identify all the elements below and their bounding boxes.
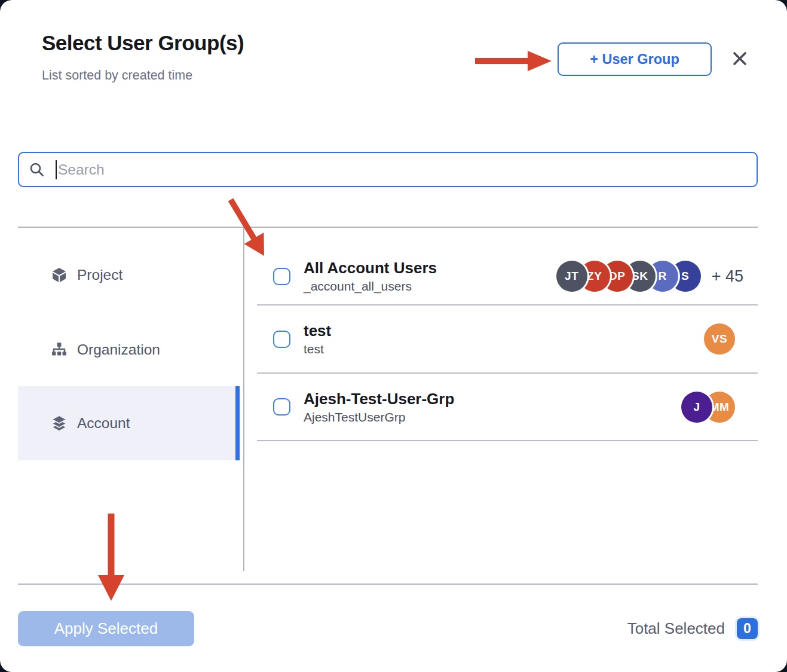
total-selected-badge: 0 bbox=[737, 618, 758, 639]
search-box[interactable] bbox=[18, 152, 758, 187]
group-checkbox[interactable] bbox=[273, 398, 290, 416]
close-x-glyph bbox=[730, 49, 749, 68]
avatar-stack: JT ZY DP SK R S bbox=[556, 261, 701, 292]
search-input[interactable] bbox=[57, 161, 757, 178]
apply-selected-button[interactable]: Apply Selected bbox=[18, 611, 194, 646]
search-icon bbox=[29, 161, 45, 178]
avatar-stack: J MM bbox=[681, 392, 735, 423]
scope-sidebar: Project Organization bbox=[18, 227, 240, 571]
cube-icon bbox=[51, 267, 68, 283]
divider-footer bbox=[18, 584, 758, 585]
group-row-all-account-users[interactable]: All Account Users _account_all_users JT … bbox=[257, 248, 758, 306]
group-id: _account_all_users bbox=[304, 278, 556, 294]
sidebar-item-account[interactable]: Account bbox=[18, 386, 240, 460]
sidebar-item-label: Account bbox=[77, 415, 130, 432]
select-user-group-modal: Select User Group(s) List sorted by crea… bbox=[0, 0, 787, 672]
total-selected: Total Selected 0 bbox=[627, 617, 758, 640]
layers-icon bbox=[51, 415, 68, 432]
group-row-test[interactable]: test test VS bbox=[257, 306, 758, 374]
avatar: VS bbox=[704, 323, 735, 355]
group-id: AjeshTestUserGrp bbox=[304, 409, 681, 425]
close-icon[interactable] bbox=[728, 47, 751, 70]
group-name: Ajesh-Test-User-Grp bbox=[304, 389, 681, 409]
sidebar-item-label: Project bbox=[77, 267, 123, 283]
add-user-group-button[interactable]: + User Group bbox=[558, 42, 712, 76]
sidebar-item-project[interactable]: Project bbox=[18, 257, 240, 293]
avatar: JT bbox=[556, 261, 587, 292]
page-title: Select User Group(s) bbox=[42, 31, 244, 55]
group-name: All Account Users bbox=[304, 258, 556, 278]
group-checkbox[interactable] bbox=[273, 331, 290, 348]
sidebar-item-organization[interactable]: Organization bbox=[18, 332, 240, 368]
avatar-overflow-count: + 45 bbox=[712, 267, 743, 286]
group-name: test bbox=[304, 321, 704, 341]
group-id: test bbox=[304, 341, 704, 357]
group-row-ajesh-test-user-grp[interactable]: Ajesh-Test-User-Grp AjeshTestUserGrp J M… bbox=[257, 374, 758, 441]
avatar-stack: VS bbox=[704, 323, 735, 355]
org-chart-icon bbox=[51, 341, 68, 358]
sidebar-item-label: Organization bbox=[77, 341, 160, 358]
total-selected-label: Total Selected bbox=[627, 619, 725, 638]
annotation-arrow-add-group bbox=[474, 50, 553, 72]
avatar: J bbox=[681, 392, 712, 423]
divider-vertical bbox=[243, 228, 244, 571]
modal-subtitle: List sorted by created time bbox=[42, 68, 192, 83]
group-checkbox[interactable] bbox=[273, 268, 290, 285]
